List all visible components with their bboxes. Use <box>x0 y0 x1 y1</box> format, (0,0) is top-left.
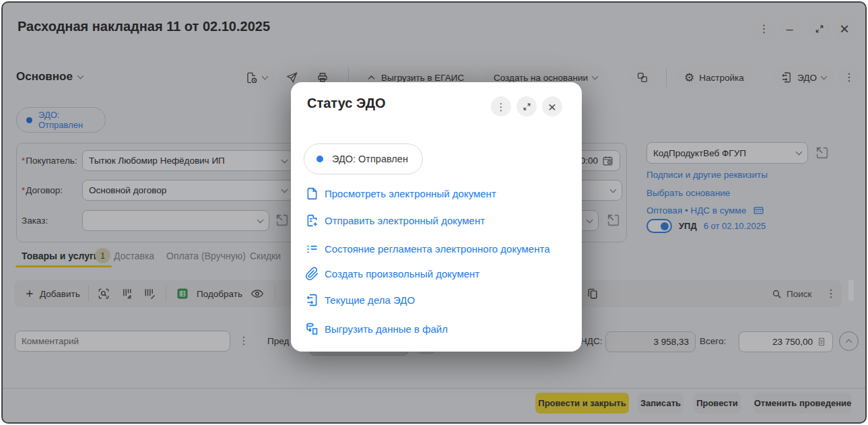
modal-expand-button[interactable] <box>516 96 537 117</box>
document-send-icon <box>305 214 319 228</box>
regulation-state-link[interactable]: Состояние регламента электронного докуме… <box>305 242 550 256</box>
paperclip-icon <box>305 267 319 281</box>
edo-document-icon <box>305 293 319 307</box>
kebab-icon: ⋮ <box>496 102 506 112</box>
current-edo-tasks-link[interactable]: Текущие дела ЭДО <box>305 293 415 307</box>
status-dot-icon <box>316 156 323 162</box>
document-icon <box>305 187 319 201</box>
checklist-icon <box>305 242 319 256</box>
modal-menu-button[interactable]: ⋮ <box>491 96 511 117</box>
modal-close-button[interactable]: × <box>542 96 562 117</box>
modal-edo-status-label: ЭДО: Отправлен <box>332 154 408 164</box>
export-data-to-file-link[interactable]: Выгрузить данные в файл <box>305 322 448 336</box>
create-arbitrary-document-link[interactable]: Создать произвольный документ <box>305 267 479 281</box>
modal-edo-status-chip: ЭДО: Отправлен <box>304 143 423 174</box>
edo-status-modal: Статус ЭДО ⋮ × ЭДО: Отправлен Просмотрет… <box>291 82 582 352</box>
close-icon: × <box>548 100 556 114</box>
send-electronic-document-link[interactable]: Отправить электронный документ <box>305 214 485 228</box>
view-electronic-document-link[interactable]: Просмотреть электронный документ <box>305 187 496 201</box>
expand-icon <box>523 102 531 111</box>
database-export-icon <box>305 322 319 336</box>
document-window: Расходная накладная 11 от 02.10.2025 ⋮ –… <box>1 1 867 424</box>
modal-title: Статус ЭДО <box>307 96 386 111</box>
